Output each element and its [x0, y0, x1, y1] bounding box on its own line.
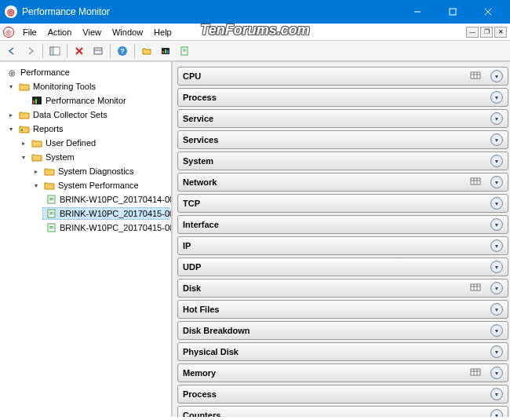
chevron-down-icon[interactable]: ▼ [490, 91, 503, 104]
tree-monitoring-tools[interactable]: ▾ Monitoring Tools [5, 80, 169, 93]
section-label: Interface [183, 220, 490, 229]
tree-report-item[interactable]: BRINK-W10PC_20170415-000003 [42, 221, 169, 234]
report-section[interactable]: Network▼ [177, 173, 508, 192]
tree-label: Data Collector Sets [33, 110, 107, 119]
tree-reports[interactable]: ▾ Reports [5, 122, 169, 135]
chevron-down-icon[interactable]: ▼ [490, 70, 503, 82]
tree-panel[interactable]: ◎ Performance ▾ Monitoring Tools Perform… [0, 62, 173, 417]
report-button[interactable] [176, 42, 193, 60]
tree-report-item[interactable]: BRINK-W10PC_20170414-000001 [42, 193, 169, 206]
chevron-down-icon[interactable]: ▼ [490, 367, 503, 379]
table-icon [470, 367, 483, 378]
titlebar: ◎ Performance Monitor [0, 0, 510, 24]
chevron-down-icon[interactable]: ▼ [490, 239, 503, 252]
report-section[interactable]: Memory▼ [177, 363, 508, 382]
expand-icon[interactable]: ▸ [19, 138, 28, 148]
table-icon [470, 283, 483, 294]
tree-label: System [46, 152, 75, 162]
chevron-down-icon[interactable]: ▼ [490, 345, 503, 358]
maximize-button[interactable] [435, 0, 470, 24]
section-label: Memory [183, 368, 470, 378]
chevron-down-icon[interactable]: ▼ [490, 303, 503, 316]
minimize-button[interactable] [399, 0, 435, 24]
folder-button[interactable] [138, 42, 155, 60]
chevron-down-icon[interactable]: ▼ [490, 282, 503, 294]
tree-performance-monitor[interactable]: Performance Monitor [17, 94, 169, 107]
menu-help[interactable]: Help [148, 26, 177, 38]
report-section[interactable]: Disk▼ [177, 279, 508, 298]
show-hide-tree-button[interactable] [46, 42, 64, 60]
menu-action[interactable]: Action [42, 26, 78, 38]
tree-report-item-selected[interactable]: BRINK-W10PC_20170415-000002 [42, 207, 169, 220]
collapse-icon[interactable]: ▾ [6, 82, 16, 91]
section-label: CPU [183, 71, 470, 81]
report-section[interactable]: Interface▼ [177, 215, 508, 234]
chevron-down-icon[interactable]: ▼ [490, 176, 503, 188]
chart-button[interactable] [157, 42, 174, 60]
collapse-icon[interactable]: ▾ [31, 181, 41, 190]
section-label: Disk [183, 283, 470, 293]
menu-file[interactable]: File [17, 26, 42, 38]
svg-text:?: ? [120, 47, 125, 55]
chevron-down-icon[interactable]: ▼ [490, 388, 503, 400]
report-section[interactable]: Service▼ [177, 109, 508, 128]
tree-label: BRINK-W10PC_20170415-000002 [60, 209, 173, 218]
reports-icon [18, 123, 31, 134]
window-title: Performance Monitor [22, 6, 399, 17]
report-section[interactable]: Process▼ [177, 88, 508, 107]
chevron-down-icon[interactable]: ▼ [490, 133, 503, 146]
mdi-minimize-button[interactable]: — [466, 27, 479, 38]
menu-view[interactable]: View [77, 26, 107, 38]
tree-user-defined[interactable]: ▸ User Defined [17, 137, 169, 149]
tree-system-diagnostics[interactable]: ▸ System Diagnostics [30, 165, 169, 177]
tree-system-performance[interactable]: ▾ System Performance [30, 179, 169, 192]
close-button[interactable] [470, 0, 505, 24]
content-area: ◎ Performance ▾ Monitoring Tools Perform… [0, 61, 510, 417]
collapse-icon[interactable]: ▾ [19, 152, 28, 162]
mdi-close-button[interactable]: ✕ [494, 27, 507, 38]
back-button[interactable] [3, 42, 20, 60]
view-data-button[interactable] [89, 42, 107, 60]
report-section[interactable]: CPU▼ [177, 67, 508, 86]
collapse-icon[interactable]: ▾ [6, 124, 16, 133]
table-icon [470, 177, 483, 188]
tree-data-collector-sets[interactable]: ▸ Data Collector Sets [5, 108, 169, 121]
report-section[interactable]: Physical Disk▼ [177, 342, 508, 361]
chevron-down-icon[interactable]: ▼ [490, 324, 503, 337]
report-section[interactable]: System▼ [177, 152, 508, 170]
chevron-down-icon[interactable]: ▼ [490, 112, 503, 125]
report-scroll-area[interactable]: CPU▼Process▼Service▼Services▼System▼Netw… [173, 62, 510, 417]
tree-system[interactable]: ▾ System [17, 151, 169, 163]
report-section[interactable]: UDP▼ [177, 257, 508, 276]
toolbar-separator [110, 44, 111, 58]
report-section[interactable]: Services▼ [177, 130, 508, 149]
section-label: Service [183, 114, 490, 123]
svg-rect-26 [49, 214, 53, 214]
report-section[interactable]: IP▼ [177, 236, 508, 255]
chevron-down-icon[interactable]: ▼ [490, 155, 503, 167]
report-section[interactable]: Process▼ [177, 385, 508, 404]
mdi-restore-button[interactable]: ❐ [480, 27, 493, 38]
expand-icon[interactable]: ▸ [31, 166, 41, 176]
section-label: UDP [183, 262, 490, 272]
help-button[interactable]: ? [114, 42, 131, 60]
svg-rect-20 [21, 129, 23, 131]
tree-root-performance[interactable]: ◎ Performance [2, 66, 169, 79]
report-section[interactable]: TCP▼ [177, 194, 508, 213]
delete-button[interactable] [71, 42, 88, 60]
expand-icon[interactable]: ▸ [6, 110, 16, 119]
report-section[interactable]: Disk Breakdown▼ [177, 321, 508, 340]
report-section[interactable]: Hot Files▼ [177, 300, 508, 319]
menu-window[interactable]: Window [107, 26, 148, 38]
section-label: Hot Files [183, 305, 490, 314]
folder-icon [18, 109, 31, 120]
chevron-down-icon[interactable]: ▼ [490, 409, 503, 417]
forward-button[interactable] [22, 42, 39, 60]
report-section[interactable]: Counters▼ [177, 406, 508, 417]
chevron-down-icon[interactable]: ▼ [490, 197, 503, 210]
report-file-icon [46, 194, 57, 205]
svg-rect-13 [167, 50, 169, 53]
svg-rect-19 [35, 99, 37, 104]
chevron-down-icon[interactable]: ▼ [490, 261, 503, 273]
chevron-down-icon[interactable]: ▼ [490, 218, 503, 231]
